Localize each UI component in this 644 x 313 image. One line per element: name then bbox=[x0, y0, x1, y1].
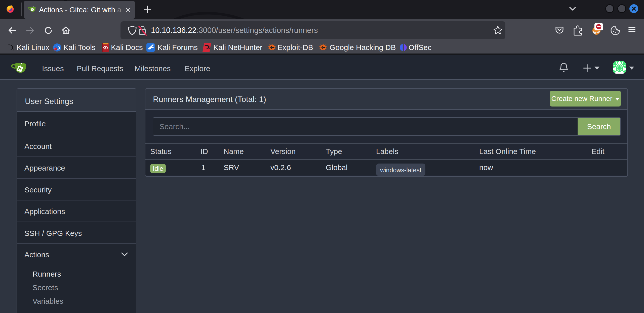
svg-text:11: 11 bbox=[54, 48, 56, 50]
